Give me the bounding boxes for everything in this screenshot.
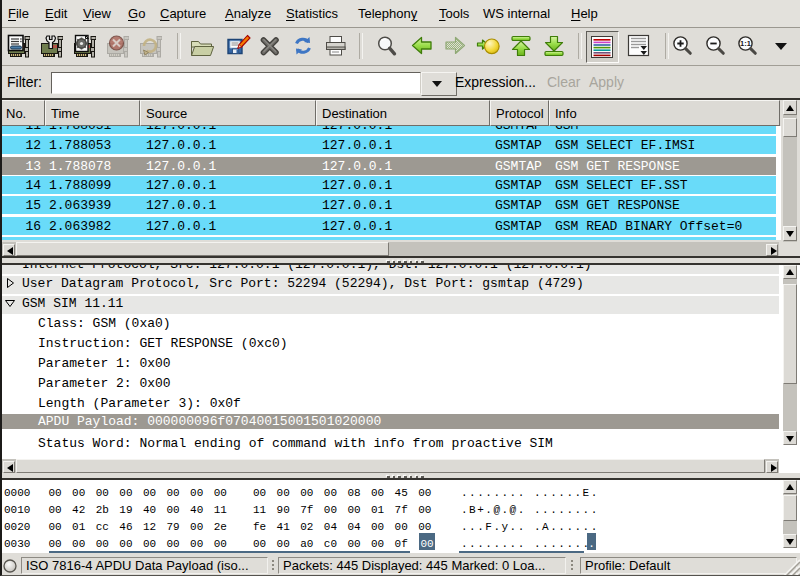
- svg-text:1:1: 1:1: [740, 39, 751, 48]
